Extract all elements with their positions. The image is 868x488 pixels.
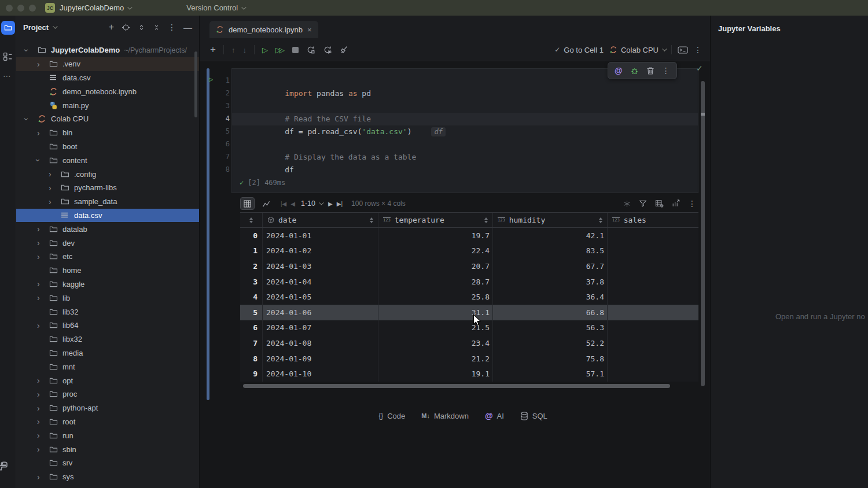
restart-and-run-all-icon[interactable] [323, 45, 332, 54]
tree-item[interactable]: › dev [16, 236, 200, 250]
tree-chevron[interactable]: › [37, 129, 49, 137]
column-header-humidity[interactable]: 123 humidity [492, 213, 607, 227]
structure-tool-button[interactable] [3, 51, 13, 61]
locate-file-icon[interactable] [122, 23, 130, 32]
tree-chevron[interactable]: › [49, 170, 61, 178]
tree-item[interactable]: › bin [16, 126, 200, 140]
tree-item[interactable]: › root [16, 415, 200, 429]
tree-chevron[interactable]: › [37, 390, 49, 398]
tree-chevron[interactable]: › [37, 445, 49, 453]
kernel-selector[interactable]: Colab CPU [609, 46, 665, 54]
tree-item[interactable]: srv [16, 456, 200, 470]
tree-item[interactable]: main.py [16, 98, 200, 112]
tree-chevron[interactable]: › [37, 294, 49, 302]
column-header-date[interactable]: date [262, 213, 378, 227]
table-view-button[interactable] [240, 197, 255, 210]
tree-item[interactable]: boot [16, 140, 200, 154]
tree-item[interactable]: › sample_data [16, 195, 200, 209]
tree-item[interactable]: lib32 [16, 305, 200, 319]
column-header-sales[interactable]: 123 sales [607, 213, 698, 227]
project-scrollbar[interactable] [194, 51, 197, 117]
tree-chevron[interactable]: › [37, 321, 49, 330]
move-cell-up-icon[interactable]: ↑ [231, 46, 236, 54]
tree-item[interactable]: › python-apt [16, 401, 200, 415]
ai-assistant-icon[interactable]: @ [615, 66, 623, 75]
tree-chevron[interactable]: › [37, 60, 49, 68]
tree-chevron[interactable]: › [25, 46, 38, 54]
console-icon[interactable] [678, 46, 688, 54]
column-header-temperature[interactable]: 123 temperature [378, 213, 492, 227]
tree-item[interactable]: media [16, 346, 200, 360]
table-row[interactable]: 1 2024-01-02 22.4 83.5 [240, 243, 698, 259]
more-tool-windows-button[interactable]: ⋯ [3, 71, 12, 80]
editor-scrollbar[interactable] [701, 81, 705, 386]
table-row[interactable]: 5 2024-01-06 31.1 66.8 [240, 305, 698, 320]
tree-item[interactable]: demo_notebook.ipynb [16, 84, 200, 98]
table-options-kebab-icon[interactable]: ⋮ [688, 199, 696, 208]
maximize-window-icon[interactable] [29, 5, 36, 12]
tree-item[interactable]: › .config [16, 167, 200, 181]
run-cell-icon[interactable]: ▷ [262, 46, 268, 54]
run-all-cells-icon[interactable]: ▷▷ [275, 46, 285, 54]
tree-item[interactable]: › .venv [16, 57, 200, 71]
options-kebab-icon[interactable]: ⋮ [168, 23, 176, 32]
first-page-icon[interactable]: |◀ [281, 201, 286, 207]
tree-item[interactable]: › lib64 [16, 319, 200, 332]
filter-icon[interactable] [639, 199, 647, 208]
tree-chevron[interactable]: › [37, 376, 49, 385]
tree-item[interactable]: › datalab [16, 222, 200, 236]
clear-outputs-icon[interactable] [340, 45, 349, 54]
add-sql-cell-button[interactable]: SQL [520, 412, 547, 420]
table-row[interactable]: 4 2024-01-05 25.8 36.4 [240, 289, 698, 305]
code-cell[interactable]: import pandas as pd # Read the CSV file … [231, 68, 698, 193]
vcs-menu[interactable]: Version Control [186, 3, 245, 12]
restart-kernel-icon[interactable] [306, 45, 315, 54]
table-row[interactable]: 8 2024-01-09 21.2 75.8 [240, 351, 698, 367]
add-ai-cell-button[interactable]: @ AI [485, 411, 504, 420]
tree-chevron[interactable]: › [37, 225, 49, 233]
add-button[interactable]: + [109, 23, 114, 32]
more-options-kebab-icon[interactable]: ⋮ [694, 45, 702, 54]
tree-item[interactable]: home [16, 264, 200, 278]
tree-chevron[interactable]: › [37, 239, 49, 247]
tree-item[interactable]: › run [16, 428, 200, 442]
project-panel-title[interactable]: Project [23, 23, 56, 32]
tree-item[interactable]: › pycharm-libs [16, 181, 200, 195]
table-row[interactable]: 6 2024-01-07 21.5 56.3 [240, 320, 698, 336]
stop-execution-icon[interactable] [292, 47, 299, 53]
table-row[interactable]: 0 2024-01-01 19.7 42.1 [240, 228, 698, 243]
close-window-icon[interactable] [6, 5, 13, 12]
tree-item[interactable]: › lib [16, 291, 200, 305]
table-settings-icon[interactable] [655, 199, 664, 208]
close-tab-icon[interactable]: × [307, 25, 312, 34]
code-line[interactable]: # Read the CSV file [232, 100, 698, 113]
tree-item[interactable]: mnt [16, 360, 200, 374]
tree-item[interactable]: › sys [16, 470, 200, 484]
debug-cell-icon[interactable] [630, 66, 639, 75]
add-markdown-cell-button[interactable]: M↓ Markdown [421, 412, 469, 420]
tree-chevron[interactable]: › [37, 404, 49, 412]
run-cell-gutter-icon[interactable]: ▷ [209, 75, 213, 83]
sparkle-icon[interactable] [623, 200, 631, 208]
add-code-cell-button[interactable]: {} Code [378, 412, 405, 420]
last-page-icon[interactable]: ▶| [337, 201, 343, 207]
tree-item[interactable]: › content [16, 153, 200, 167]
chart-view-button[interactable] [259, 197, 273, 210]
page-range-selector[interactable]: 1-10 [301, 199, 322, 208]
table-row[interactable]: 3 2024-01-04 28.7 37.8 [240, 274, 698, 290]
tree-chevron[interactable]: › [37, 417, 49, 426]
tree-item[interactable]: › sbin [16, 442, 200, 456]
next-page-icon[interactable]: ▶ [328, 201, 333, 207]
table-horizontal-scrollbar[interactable] [243, 384, 670, 388]
tree-item[interactable]: › kaggle [16, 278, 200, 291]
python-console-button[interactable] [0, 461, 10, 475]
tree-item[interactable]: libx32 [16, 332, 200, 346]
minimize-window-icon[interactable] [17, 5, 24, 12]
tree-chevron[interactable]: › [37, 280, 49, 288]
table-row[interactable]: 9 2024-01-10 19.1 57.1 [240, 366, 698, 382]
collapse-all-icon[interactable] [153, 23, 160, 32]
move-cell-down-icon[interactable]: ↓ [242, 46, 247, 54]
delete-cell-icon[interactable] [646, 66, 654, 75]
tree-item[interactable]: › JupyterColabDemo ~/PycharmProjects/ [16, 43, 200, 57]
go-to-cell-button[interactable]: ✓ Go to Cell 1 [554, 46, 604, 54]
